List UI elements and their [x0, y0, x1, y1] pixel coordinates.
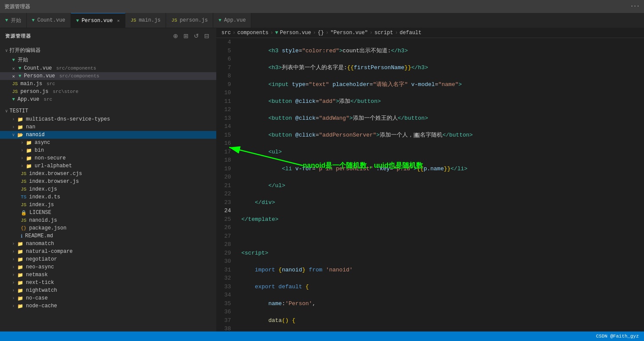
- code-line-13: </div>: [241, 198, 644, 207]
- sidebar-item-nightwatch[interactable]: › 📁 nightwatch: [0, 287, 216, 294]
- sidebar-item-next-tick[interactable]: › 📁 next-tick: [0, 279, 216, 287]
- tab-countvue[interactable]: ▼ Count.vue: [27, 13, 71, 28]
- testit-label: TESTIT: [10, 108, 28, 114]
- code-line-16: <script>: [241, 249, 644, 258]
- sidebar-item-neo-async[interactable]: › 📁 neo-async: [0, 263, 216, 271]
- vue-icon: ▼: [32, 18, 35, 23]
- close-icon[interactable]: ✕: [12, 73, 15, 79]
- sidebar-item-personvue[interactable]: ✕ ▼ Person.vue src/components: [0, 72, 216, 80]
- folder-chevron-icon: ›: [21, 156, 23, 161]
- js-icon: JS: [21, 202, 26, 207]
- editor-wrapper: src › components › ▼ Person.vue › {} › "…: [216, 28, 644, 331]
- sidebar-item-nanomatch[interactable]: › 📁 nanomatch: [0, 240, 216, 248]
- vue-icon: ▼: [19, 66, 22, 71]
- sidebar-item-index-browser-js[interactable]: JS index.browser.js: [0, 178, 216, 185]
- tab-close-icon[interactable]: ✕: [117, 18, 120, 23]
- folder-icon: 📁: [17, 288, 23, 293]
- title-bar-text: 资源管理器: [4, 3, 30, 10]
- sidebar-item-mainjs[interactable]: JS main.js src: [0, 80, 216, 88]
- sidebar-scroll[interactable]: ∨ 打开的编辑器 ▼ 开始 ✕ ▼ Count.vue src/componen…: [0, 44, 216, 331]
- new-folder-btn[interactable]: ⊞: [182, 32, 190, 40]
- vue-icon: ▼: [5, 18, 8, 23]
- code-line-14: </template>: [241, 215, 644, 224]
- sidebar-item-kaishi[interactable]: ▼ 开始: [0, 55, 216, 64]
- status-bar-text: CSDN @Faith_gyz: [596, 334, 639, 339]
- js-icon: JS: [171, 18, 177, 23]
- file-name: README.md: [25, 233, 53, 239]
- vue-icon: ▼: [12, 57, 15, 63]
- tab-mainjs[interactable]: JS main.js: [125, 13, 167, 28]
- vue-icon: ▼: [19, 73, 22, 79]
- sidebar-item-multicast[interactable]: › 📁 multicast-dns-service-types: [0, 115, 216, 123]
- folder-name: non-secure: [35, 155, 66, 161]
- main-content: 资源管理器 ⊕ ⊞ ↺ ⊟ ∨ 打开的编辑器 ▼ 开始 ✕: [0, 28, 644, 331]
- sidebar-item-index-browser-cjs[interactable]: JS index.browser.cjs: [0, 170, 216, 178]
- sidebar-item-index-js[interactable]: JS index.js: [0, 201, 216, 209]
- folder-icon: 📁: [17, 265, 23, 270]
- folder-chevron-icon: ›: [12, 273, 15, 277]
- file-path: src: [44, 97, 52, 102]
- file-name: main.js: [20, 81, 42, 87]
- sidebar-item-nanoid[interactable]: ∨ 📂 nanoid: [0, 131, 216, 139]
- tab-appvue[interactable]: ▼ App.vue: [213, 13, 251, 28]
- sidebar-item-async[interactable]: › 📁 async: [0, 139, 216, 147]
- breadcrumb-personvue: Person.vue: [280, 30, 311, 36]
- sidebar-item-nanoidjs[interactable]: JS nanoid.js: [0, 217, 216, 224]
- code-editor[interactable]: 4 5 6 7 8 9 10 11 12 13 14 15 16 17 18 1…: [216, 38, 644, 331]
- line-numbers: 4 5 6 7 8 9 10 11 12 13 14 15 16 17 18 1…: [216, 38, 238, 331]
- file-name: package.json: [29, 225, 66, 231]
- folder-chevron-icon: ›: [12, 257, 15, 262]
- sidebar-item-natural-compare[interactable]: › 📁 natural-compare: [0, 248, 216, 255]
- file-name: 开始: [18, 56, 28, 64]
- sidebar-item-readmemd[interactable]: ℹ README.md: [0, 232, 216, 240]
- folder-icon: 📂: [17, 132, 23, 138]
- breadcrumb-sep: ›: [369, 30, 372, 36]
- sidebar-item-license[interactable]: 🔒 LICENSE: [0, 209, 216, 217]
- vue-icon: ▼: [76, 18, 79, 23]
- sidebar: 资源管理器 ⊕ ⊞ ↺ ⊟ ∨ 打开的编辑器 ▼ 开始 ✕: [0, 28, 216, 331]
- sidebar-item-packagejson[interactable]: {} package.json: [0, 224, 216, 232]
- tab-personjs[interactable]: JS person.js: [166, 13, 213, 28]
- file-name: Person.vue: [24, 73, 55, 79]
- sidebar-item-nan[interactable]: › 📁 nan: [0, 123, 216, 131]
- testit-section: ∨ TESTIT › 📁 multicast-dns-service-types…: [0, 105, 216, 312]
- folder-icon: 📁: [17, 296, 23, 301]
- chevron-icon: ∨: [5, 108, 8, 114]
- folder-name: neo-async: [26, 264, 54, 270]
- sidebar-item-personjs[interactable]: JS person.js src\store: [0, 88, 216, 96]
- sidebar-item-non-secure[interactable]: › 📁 non-secure: [0, 154, 216, 162]
- open-editors-header[interactable]: ∨ 打开的编辑器: [0, 45, 216, 55]
- sidebar-item-node-cache[interactable]: › 📁 node-cache: [0, 302, 216, 310]
- file-path: src/components: [59, 73, 99, 79]
- sidebar-item-index-cjs[interactable]: JS index.cjs: [0, 185, 216, 193]
- code-area: 4 5 6 7 8 9 10 11 12 13 14 15 16 17 18 1…: [216, 38, 644, 331]
- folder-chevron-icon: ›: [12, 288, 15, 293]
- ts-icon: TS: [21, 194, 26, 200]
- sidebar-item-negotiator[interactable]: › 📁 negotiator: [0, 255, 216, 263]
- sidebar-item-index-dts[interactable]: TS index.d.ts: [0, 193, 216, 201]
- tab-personvue[interactable]: ▼ Person.vue ✕: [71, 13, 125, 28]
- sidebar-item-url-alphabet[interactable]: › 📁 url-alphabet: [0, 162, 216, 170]
- open-editors-section: ∨ 打开的编辑器 ▼ 开始 ✕ ▼ Count.vue src/componen…: [0, 44, 216, 105]
- folder-name: nanomatch: [26, 241, 54, 247]
- title-bar-dots[interactable]: ···: [630, 3, 640, 10]
- file-name: LICENSE: [29, 210, 51, 216]
- close-icon[interactable]: ✕: [12, 66, 15, 71]
- refresh-btn[interactable]: ↺: [192, 32, 201, 40]
- js-icon: JS: [21, 218, 26, 223]
- testit-header[interactable]: ∨ TESTIT: [0, 107, 216, 115]
- sidebar-item-no-case[interactable]: › 📁 no-case: [0, 294, 216, 302]
- code-line-17: import {nanoid} from 'nanoid': [241, 266, 644, 274]
- folder-chevron-icon: ›: [12, 280, 15, 285]
- sidebar-item-netmask[interactable]: › 📁 netmask: [0, 271, 216, 279]
- tab-kaishi[interactable]: ▼ 开始: [0, 13, 27, 28]
- tab-label: Count.vue: [37, 17, 65, 23]
- sidebar-item-countvue[interactable]: ✕ ▼ Count.vue src/components: [0, 64, 216, 72]
- sidebar-item-bin[interactable]: › 📁 bin: [0, 147, 216, 154]
- folder-name: multicast-dns-service-types: [26, 116, 110, 122]
- tab-label: 开始: [11, 17, 21, 24]
- folder-name: nan: [26, 124, 35, 130]
- new-file-btn[interactable]: ⊕: [171, 32, 180, 40]
- sidebar-item-appvue[interactable]: ▼ App.vue src: [0, 96, 216, 103]
- collapse-btn[interactable]: ⊟: [202, 32, 211, 40]
